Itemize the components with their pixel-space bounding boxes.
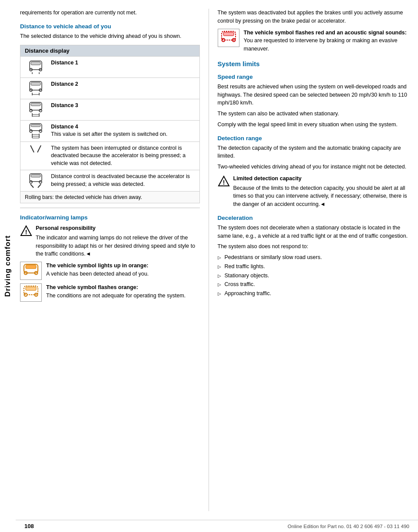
edition-text: Online Edition for Part no. 01 40 2 606 … (288, 524, 409, 529)
columns: requirements for operation are currently… (16, 0, 418, 520)
vehicle-symbol-flash-orange-row: The vehicle symbol flashes orange: The c… (20, 283, 200, 302)
distance-heading: Distance to vehicle ahead of you (20, 23, 200, 30)
bullet-item-5: Approaching traffic. (218, 290, 409, 298)
distance-text-2: Distance 2 (51, 81, 195, 88)
detection-range-p1: The detection capacity of the system and… (218, 144, 409, 161)
distance-text-6: Distance control is deactivated because … (51, 173, 195, 188)
distance-row-2: Distance 2 (20, 77, 199, 99)
system-deactivated-text: The system was deactivated but applies t… (218, 9, 409, 25)
distance-row-5: The system has been interrupted or dista… (20, 141, 199, 170)
sidebar: Driving comfort (0, 0, 16, 532)
bullet-item-1: Pedestrians or similarly slow road users… (218, 253, 409, 262)
rolling-note: Rolling bars: the detected vehicle has d… (20, 191, 199, 203)
svg-rect-1 (31, 62, 40, 65)
svg-rect-49 (223, 32, 234, 36)
personal-responsibility-box: ! Personal responsibility The indicator … (20, 224, 200, 258)
page-wrapper: Driving comfort requirements for operati… (0, 0, 418, 532)
svg-point-35 (39, 181, 42, 183)
deceleration-bullet-list: Pedestrians or similarly slow road users… (218, 253, 409, 298)
indicator-heading: Indicator/warning lamps (20, 214, 200, 221)
svg-rect-33 (31, 175, 40, 177)
vehicle-symbol-red-text: The vehicle symbol flashes red and an ac… (244, 29, 409, 53)
system-limits-heading: System limits (218, 60, 409, 67)
distance-icon-6 (25, 173, 47, 189)
limited-detection-title: Limited detection capacity (233, 175, 409, 183)
svg-rect-14 (31, 103, 40, 106)
speed-range-p2: The system can also be activated when st… (218, 110, 409, 118)
distance-text-4: Distance 4 This value is set after the s… (51, 123, 195, 138)
svg-line-31 (37, 145, 41, 152)
personal-responsibility-title: Personal responsibility (36, 224, 200, 232)
svg-line-37 (38, 184, 41, 188)
distance-row-6: Distance control is deactivated because … (20, 170, 199, 191)
svg-rect-7 (31, 82, 40, 85)
svg-rect-41 (26, 265, 36, 269)
sidebar-label: Driving comfort (3, 235, 12, 297)
svg-text:!: ! (25, 229, 27, 236)
deceleration-p2: The system also does not respond to: (218, 242, 409, 251)
svg-point-34 (30, 181, 32, 183)
vehicle-symbol-red-icon (218, 29, 239, 47)
bullet-item-2: Red traffic lights. (218, 263, 409, 271)
speed-range-p3: Comply with the legal speed limit in eve… (218, 121, 409, 129)
distance-intro: The selected distance to the vehicle dri… (20, 32, 200, 40)
distance-text-1: Distance 1 (51, 59, 195, 67)
vehicle-symbol-orange-text: The vehicle symbol lights up in orange: … (46, 262, 200, 278)
distance-table: Distance display (20, 45, 200, 204)
vehicle-symbol-red-row: The vehicle symbol flashes red and an ac… (218, 29, 409, 53)
distance-icon-2 (25, 81, 47, 96)
limited-detection-triangle-icon: ! (218, 175, 230, 188)
divider (20, 208, 200, 208)
svg-point-24 (39, 130, 42, 132)
distance-row-3: Distance 3 (20, 99, 199, 120)
speed-range-p1: Best results are achieved when using the… (218, 83, 409, 107)
svg-line-36 (30, 184, 34, 188)
bullet-item-4: Cross traffic. (218, 280, 409, 289)
distance-table-header: Distance display (20, 45, 199, 56)
main-content: requirements for operation are currently… (16, 0, 418, 532)
vehicle-symbol-orange-icon (20, 262, 42, 280)
right-column: The system was deactivated but applies t… (209, 9, 418, 511)
deceleration-p1: The system does not decelerate when a st… (218, 224, 409, 240)
detection-range-p2: Two-wheeled vehicles driving ahead of yo… (218, 163, 409, 171)
vehicle-symbol-flash-orange-icon (20, 283, 42, 302)
distance-row-1: Distance 1 (20, 56, 199, 77)
distance-icon-3 (25, 102, 47, 118)
limited-detection-box: ! Limited detection capacity Because of … (218, 175, 409, 209)
bullet-item-3: Stationary objects. (218, 272, 409, 280)
svg-point-16 (39, 109, 42, 112)
detection-range-heading: Detection range (218, 135, 409, 141)
limited-detection-content: Limited detection capacity Because of th… (233, 175, 409, 209)
personal-responsibility-content: Personal responsibility The indicator an… (36, 224, 200, 258)
distance-icon-1 (25, 59, 47, 75)
svg-rect-22 (31, 125, 40, 127)
vehicle-symbol-orange-row: The vehicle symbol lights up in orange: … (20, 262, 200, 280)
footer: 108 Online Edition for Part no. 01 40 2 … (16, 520, 418, 532)
left-column: requirements for operation are currently… (16, 9, 209, 511)
distance-row-4: Distance 4 This value is set after the s… (20, 120, 199, 141)
distance-text-3: Distance 3 (51, 102, 195, 110)
distance-icon-4 (25, 123, 47, 139)
svg-text:!: ! (222, 179, 225, 186)
warning-triangle-icon: ! (20, 225, 32, 237)
distance-text-5: The system has been interrupted or dista… (51, 145, 195, 168)
speed-range-heading: Speed range (218, 74, 409, 80)
vehicle-symbol-flash-orange-text: The vehicle symbol flashes orange: The c… (46, 283, 200, 300)
svg-point-23 (30, 130, 32, 132)
intro-text: requirements for operation are currently… (20, 9, 200, 17)
svg-rect-45 (26, 287, 36, 290)
svg-point-15 (30, 109, 32, 112)
personal-responsibility-text: The indicator and warning lamps do not r… (36, 235, 195, 257)
page-number: 108 (24, 523, 34, 529)
svg-line-30 (30, 145, 34, 152)
limited-detection-text: Because of the limits to the detection c… (233, 185, 407, 208)
deceleration-heading: Deceleration (218, 215, 409, 221)
distance-icon-5 (25, 145, 47, 160)
